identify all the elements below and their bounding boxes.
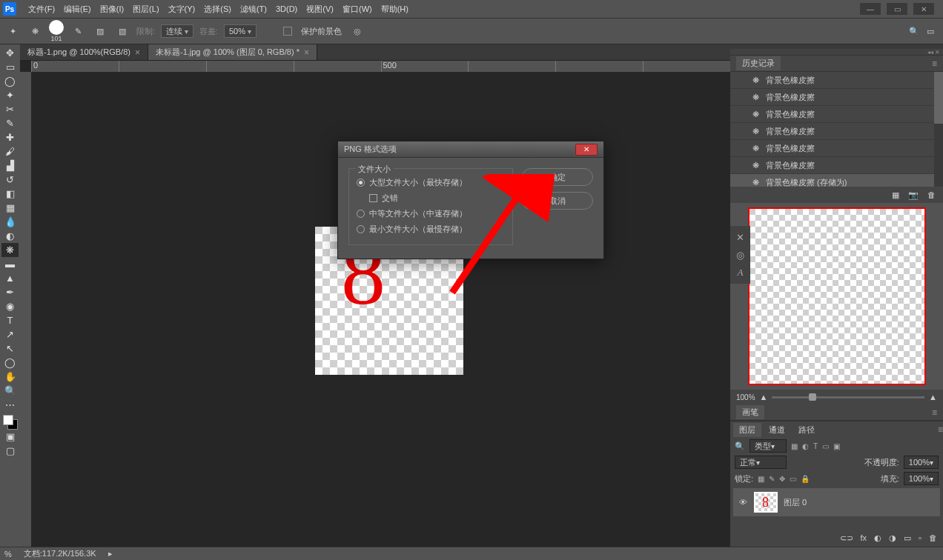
menu-filter[interactable]: 滤镜(T)	[236, 4, 271, 15]
tool-preset-icon[interactable]: ❋	[27, 23, 43, 39]
type-tool[interactable]: T	[1, 313, 19, 327]
lasso-tool[interactable]: ◯	[1, 74, 19, 88]
sample2-icon[interactable]: ▧	[114, 23, 130, 39]
fill-field[interactable]: 100% ▾	[904, 472, 939, 485]
marquee-tool[interactable]: ▭	[1, 60, 19, 74]
history-tab[interactable]: 历史记录	[736, 56, 781, 70]
screen-mode[interactable]: ▢	[1, 444, 19, 458]
dialog-titlebar[interactable]: PNG 格式选项 ✕	[338, 141, 603, 158]
trash-icon[interactable]: 🗑	[927, 190, 936, 199]
dialog-close-button[interactable]: ✕	[575, 144, 598, 156]
bg-eraser-tool[interactable]: ❋	[1, 243, 19, 257]
menu-select[interactable]: 选择(S)	[199, 4, 236, 15]
wand-tool[interactable]: ✦	[1, 88, 19, 102]
close-tab-icon[interactable]: ×	[304, 47, 309, 58]
history-item-current[interactable]: ❋背景色橡皮擦 (存储为)	[730, 174, 943, 187]
opacity-field[interactable]: 100% ▾	[904, 456, 939, 469]
canvas-area[interactable]: 0500 8	[20, 61, 730, 547]
color-swatches[interactable]	[3, 415, 18, 430]
zoom-out-icon[interactable]: ▲	[760, 393, 768, 401]
doc-tab-1[interactable]: 标题-1.png @ 100%(RGB/8)×	[20, 44, 148, 60]
path-tool[interactable]: ↗	[1, 327, 19, 341]
gradient-tool[interactable]: ▦	[1, 201, 19, 215]
history-item[interactable]: ❋背景色橡皮擦	[730, 140, 943, 157]
fx-icon[interactable]: fx	[861, 533, 867, 542]
move-tool[interactable]: ✥	[1, 46, 19, 60]
history-item[interactable]: ❋背景色橡皮擦	[730, 157, 943, 174]
layer-row[interactable]: 👁 图层 0	[733, 488, 940, 516]
lock-all-icon[interactable]: 🔒	[801, 475, 810, 483]
doc-tab-2[interactable]: 未标题-1.jpg @ 100% (图层 0, RGB/8) *×	[148, 44, 317, 60]
eyedropper-tool[interactable]: ✎	[1, 116, 19, 130]
zoom-slider[interactable]	[772, 396, 924, 399]
channels-tab[interactable]: 通道	[763, 423, 791, 437]
visibility-icon[interactable]: 👁	[738, 498, 748, 507]
menu-3d[interactable]: 3D(D)	[271, 4, 302, 13]
panel-menu-icon[interactable]: ≡	[938, 424, 943, 435]
edit-toolbar[interactable]: ⋯	[1, 398, 19, 412]
close-button[interactable]: ✕	[913, 3, 934, 15]
crop-tool[interactable]: ✂	[1, 102, 19, 116]
layers-tab[interactable]: 图层	[733, 423, 761, 437]
menu-type[interactable]: 文字(Y)	[164, 4, 200, 15]
direct-tool[interactable]: ↖	[1, 341, 19, 356]
filter-image-icon[interactable]: ▦	[791, 442, 798, 450]
cc-icon[interactable]: ◎	[732, 247, 749, 263]
panel-menu-icon[interactable]: ≡	[932, 59, 937, 69]
status-doc-size[interactable]: 文档:117.2K/156.3K	[24, 548, 96, 559]
minimize-button[interactable]: —	[860, 3, 881, 15]
history-item[interactable]: ❋背景色橡皮擦	[730, 106, 943, 123]
hand-tool[interactable]: ✋	[1, 370, 19, 384]
lock-position-icon[interactable]: ✥	[779, 475, 785, 483]
brush-preview[interactable]	[49, 20, 64, 35]
status-zoom[interactable]: %	[4, 550, 12, 559]
ellipse-tool[interactable]: ◯	[1, 356, 19, 370]
maximize-button[interactable]: ▭	[887, 3, 907, 15]
workspace-icon[interactable]: ▭	[927, 27, 934, 36]
blend-mode[interactable]: 正常 ▾	[735, 456, 787, 469]
zoom-tool[interactable]: 🔍	[1, 384, 19, 398]
link-icon[interactable]: ⊂⊃	[840, 533, 853, 543]
filter-smart-icon[interactable]: ▣	[833, 442, 840, 450]
lock-paint-icon[interactable]: ✎	[769, 475, 775, 483]
dodge-tool[interactable]: ◐	[1, 229, 19, 243]
drop-tool[interactable]: ▲	[1, 271, 19, 285]
mask-mode[interactable]: ▣	[1, 430, 19, 444]
filter-shape-icon[interactable]: ▭	[822, 442, 829, 450]
menu-file[interactable]: 文件(F)	[24, 4, 59, 15]
radio-small[interactable]	[357, 225, 365, 233]
menu-edit[interactable]: 编辑(E)	[59, 4, 96, 15]
new-layer-icon[interactable]: ▫	[919, 533, 922, 542]
history-item[interactable]: ❋背景色橡皮擦	[730, 72, 943, 89]
radio-large[interactable]	[357, 179, 365, 187]
layer-name[interactable]: 图层 0	[784, 497, 807, 508]
panel-menu-icon[interactable]: ≡	[932, 407, 937, 418]
pen-tool[interactable]: ✒	[1, 285, 19, 299]
layer-thumbnail[interactable]	[754, 492, 778, 513]
new-snapshot-icon[interactable]: ▦	[892, 190, 899, 200]
delete-icon[interactable]: 🗑	[929, 533, 937, 542]
zoom-value[interactable]: 100%	[736, 393, 755, 401]
heal-tool[interactable]: ✚	[1, 130, 19, 144]
menu-window[interactable]: 窗口(W)	[338, 4, 377, 15]
filter-type-icon[interactable]: T	[813, 442, 818, 450]
menu-image[interactable]: 图像(I)	[96, 4, 128, 15]
search-icon[interactable]: 🔍	[909, 27, 919, 36]
current-tool-icon[interactable]: ✦	[4, 23, 21, 39]
scrollbar[interactable]	[934, 72, 943, 187]
stamp-tool[interactable]: ▟	[1, 159, 19, 173]
adjustment-icon[interactable]: ◑	[889, 533, 896, 543]
lock-artboard-icon[interactable]: ▭	[790, 475, 796, 483]
filter-adjust-icon[interactable]: ◐	[802, 442, 809, 450]
menu-help[interactable]: 帮助(H)	[377, 4, 413, 15]
zoom-in-icon[interactable]: ▲	[929, 393, 937, 401]
menu-layer[interactable]: 图层(L)	[128, 4, 163, 15]
ok-button[interactable]: 确定	[522, 168, 593, 186]
interlace-checkbox[interactable]	[369, 194, 377, 202]
eraser-tool[interactable]: ◧	[1, 187, 19, 201]
brush-tab[interactable]: 画笔	[736, 405, 764, 419]
history-item[interactable]: ❋背景色橡皮擦	[730, 89, 943, 106]
sponge-tool[interactable]: ◉	[1, 299, 19, 313]
layer-filter[interactable]: 类型 ▾	[750, 439, 787, 453]
mask-icon[interactable]: ◐	[874, 533, 881, 543]
